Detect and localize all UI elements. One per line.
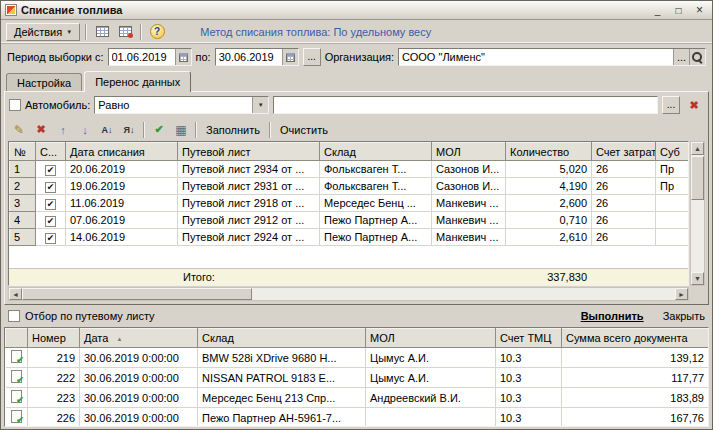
clear-button[interactable]: Очистить (275, 124, 333, 136)
scroll-up-icon[interactable]: ▲ (691, 142, 704, 155)
move-down-button[interactable]: ↓ (75, 120, 95, 139)
scroll-left-icon[interactable]: ◄ (9, 288, 22, 300)
main-table-horizontal-scrollbar[interactable]: ◄ ► (8, 287, 689, 301)
table-row[interactable]: 3 11.06.2019 Путевой лист 2918 от ... Ме… (10, 195, 690, 212)
period-to-field (215, 48, 299, 66)
organization-dots-button[interactable]: ... (673, 49, 689, 65)
horizontal-scroll-thumb[interactable] (22, 288, 252, 300)
doc-account-cell: 10.3 (496, 348, 562, 368)
close-button[interactable]: Закрыть (663, 310, 705, 322)
waybill-filter-checkbox[interactable] (8, 310, 20, 322)
row-checkbox[interactable] (45, 216, 56, 227)
mol-cell: Манкевич ... (432, 229, 506, 246)
period-from-input[interactable] (109, 49, 175, 65)
row-checkbox[interactable] (45, 199, 56, 210)
col-header-check[interactable]: С... (36, 143, 66, 161)
maximize-button[interactable]: □ (670, 3, 687, 18)
vertical-scroll-thumb[interactable] (691, 156, 704, 200)
sort-asc-button[interactable]: А↓ (97, 120, 117, 139)
mol-cell: Манкевич ... (432, 212, 506, 229)
check-all-button[interactable]: ✔ (149, 120, 169, 139)
condition-select[interactable]: ▼ (94, 96, 269, 114)
copy-list-button[interactable]: ▦ (171, 120, 191, 139)
scroll-right-icon[interactable]: ► (675, 288, 688, 300)
edit-row-button[interactable]: ✎ (9, 120, 29, 139)
col-header-doc-mol[interactable]: МОЛ (366, 329, 496, 348)
doc-number-cell: 222 (28, 368, 80, 388)
execute-button[interactable]: Выполнить (581, 310, 644, 322)
period-to-input[interactable] (216, 49, 282, 65)
output-list-button[interactable] (115, 22, 135, 42)
col-header-doc-account[interactable]: Счет ТМЦ (496, 329, 562, 348)
document-posted-icon (11, 350, 22, 363)
condition-dropdown-button[interactable]: ▼ (252, 97, 268, 113)
tab-settings[interactable]: Настройка (6, 73, 82, 91)
actions-label: Действия (14, 26, 62, 38)
tab-data-transfer[interactable]: Перенос данных (84, 71, 191, 92)
period-to-calendar-button[interactable] (282, 49, 298, 65)
doc-icon-cell (6, 368, 28, 388)
actions-menu-button[interactable]: Действия ▼ (6, 23, 80, 41)
organization-search-button[interactable] (689, 49, 705, 65)
main-table-vertical-scrollbar[interactable]: ▲ ▼ (690, 141, 705, 286)
doc-sum-cell: 117,77 (562, 368, 709, 388)
subconto-cell: Пр (656, 178, 690, 195)
row-checkbox[interactable] (45, 233, 56, 244)
sort-desc-button[interactable]: Я↓ (119, 120, 139, 139)
col-header-mol[interactable]: МОЛ (432, 143, 506, 161)
condition-value[interactable] (95, 97, 252, 113)
document-row[interactable]: 223 30.06.2019 0:00:00 Мерседес Бенц 213… (6, 388, 709, 408)
col-header-account[interactable]: Счет затрат (592, 143, 656, 161)
horizontal-scroll-track[interactable] (22, 288, 675, 300)
col-header-quantity[interactable]: Количество (506, 143, 592, 161)
col-header-date[interactable]: Дата списания (66, 143, 178, 161)
row-checkbox[interactable] (45, 165, 56, 176)
col-header-waybill[interactable]: Путевой лист (178, 143, 320, 161)
organization-input[interactable] (399, 49, 673, 65)
period-picker-button[interactable]: ... (303, 48, 321, 66)
document-row[interactable]: 222 30.06.2019 0:00:00 NISSAN PATROL 918… (6, 368, 709, 388)
row-check-cell (36, 178, 66, 195)
scroll-down-icon[interactable]: ▼ (691, 272, 704, 285)
table-row[interactable]: 5 14.06.2019 Путевой лист 2924 от ... Пе… (10, 229, 690, 246)
col-header-doc-icon[interactable] (6, 329, 28, 348)
period-from-calendar-button[interactable] (175, 49, 191, 65)
quantity-cell: 5,020 (506, 161, 592, 178)
col-header-doc-date[interactable]: Дата ▲ (80, 329, 198, 348)
list-settings-button[interactable] (92, 22, 112, 42)
table-row[interactable]: 2 19.06.2019 Путевой лист 2931 от ... Фо… (10, 178, 690, 195)
titlebar[interactable]: Списание топлива _ □ × (1, 1, 712, 20)
col-header-subconto[interactable]: Суб (656, 143, 690, 161)
row-checkbox[interactable] (45, 182, 56, 193)
col-header-warehouse[interactable]: Склад (320, 143, 432, 161)
col-header-doc-number[interactable]: Номер (28, 329, 80, 348)
output-list-icon (119, 26, 132, 37)
delete-row-button[interactable]: ✖ (31, 120, 51, 139)
car-select-button[interactable]: ... (662, 96, 680, 114)
mol-cell: Сазонов И... (432, 161, 506, 178)
date-cell: 14.06.2019 (66, 229, 178, 246)
move-up-button[interactable]: ↑ (53, 120, 73, 139)
help-button[interactable]: ? (147, 22, 167, 42)
car-clear-button[interactable]: ✖ (684, 96, 704, 115)
waybill-filter-label: Отбор по путевому листу (25, 310, 155, 322)
row-check-cell (36, 195, 66, 212)
car-value-input[interactable] (274, 97, 657, 113)
doc-number-cell: 219 (28, 348, 80, 368)
document-row[interactable]: 226 30.06.2019 0:00:00 Пежо Партнер АН-5… (6, 408, 709, 428)
col-header-doc-warehouse[interactable]: Склад (198, 329, 366, 348)
quantity-cell: 4,190 (506, 178, 592, 195)
car-filter-checkbox[interactable] (9, 99, 21, 111)
warehouse-cell: Фольксваген Т... (320, 161, 432, 178)
close-icon[interactable]: × (691, 3, 708, 18)
col-header-doc-sum[interactable]: Сумма всего документа (562, 329, 709, 348)
table-row[interactable]: 4 07.06.2019 Путевой лист 2912 от ... Пе… (10, 212, 690, 229)
document-row[interactable]: 219 30.06.2019 0:00:00 BMW 528i XDrive 9… (6, 348, 709, 368)
table-row[interactable]: 1 20.06.2019 Путевой лист 2934 от ... Фо… (10, 161, 690, 178)
search-icon (692, 52, 703, 63)
doc-icon-cell (6, 388, 28, 408)
col-header-number[interactable]: № (10, 143, 36, 161)
minimize-button[interactable]: _ (649, 3, 666, 18)
fill-button[interactable]: Заполнить (201, 124, 265, 136)
car-value-field (273, 96, 658, 114)
